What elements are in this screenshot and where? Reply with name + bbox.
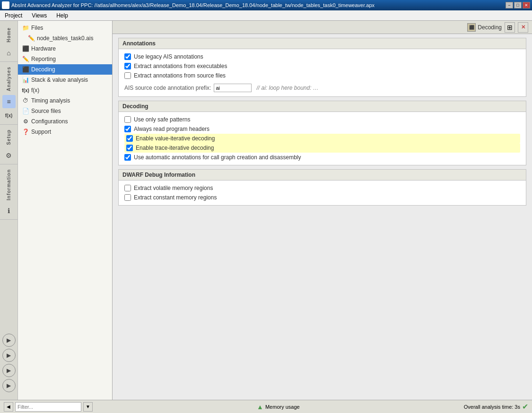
menu-project[interactable]: Project bbox=[2, 11, 25, 20]
decoding-label-area: ⬛ Decoding bbox=[467, 23, 502, 32]
sidebar-label-home: Home bbox=[6, 25, 11, 45]
option-extract-from-executables: Extract annotations from executables bbox=[124, 61, 520, 71]
window-close-button[interactable]: ✕ bbox=[523, 2, 530, 9]
ais-icon: ✏️ bbox=[27, 34, 35, 42]
option-use-safe-patterns: Use only safe patterns bbox=[124, 115, 520, 124]
sidebar-fx-icon[interactable]: f(x) bbox=[2, 109, 16, 122]
nav-label-source: Source files bbox=[31, 108, 61, 114]
label-use-legacy-ais: Use legacy AIS annotations bbox=[134, 53, 203, 60]
option-constant-memory: Extract constant memory regions bbox=[124, 193, 520, 202]
decoding-panel: Decoding Use only safe patterns Always r… bbox=[118, 101, 526, 165]
menu-bar: Project Views Help bbox=[0, 10, 532, 21]
decoding-body: Use only safe patterns Always read progr… bbox=[119, 112, 526, 165]
support-icon: ❓ bbox=[22, 128, 29, 136]
menu-help[interactable]: Help bbox=[53, 11, 71, 20]
dwarf-body: Extract volatile memory regions Extract … bbox=[119, 181, 526, 205]
nav-label-hardware: Hardware bbox=[31, 45, 56, 52]
sidebar-setup-icon[interactable]: ⚙ bbox=[2, 149, 16, 162]
nav-item-stack-value[interactable]: 📊 Stack & value analysis bbox=[18, 75, 112, 85]
checkbox-extract-source[interactable] bbox=[124, 72, 131, 79]
option-always-read-headers: Always read program headers bbox=[124, 124, 520, 134]
memory-label: Memory usage bbox=[265, 404, 300, 410]
nav-label-ais: node_tables_task0.ais bbox=[37, 35, 93, 42]
nav-item-hardware[interactable]: ⬛ Hardware bbox=[18, 43, 112, 54]
nav-label-support: Support bbox=[31, 129, 51, 135]
filter-input[interactable] bbox=[15, 402, 81, 412]
content-area: ⬛ Decoding ⊞ ✕ Annotations Use legacy AI… bbox=[113, 21, 532, 400]
checkbox-trace-iterative[interactable] bbox=[126, 145, 133, 151]
annotations-panel: Annotations Use legacy AIS annotations E… bbox=[118, 38, 526, 97]
panel-close-button[interactable]: ✕ bbox=[518, 22, 528, 33]
title-bar: AbsInt Advanced Analyzer for PPC: //atla… bbox=[0, 0, 532, 10]
nav-item-reporting[interactable]: ✏️ Reporting bbox=[18, 54, 112, 64]
play-btn-3[interactable]: ▶ bbox=[2, 364, 16, 377]
stack-icon: 📊 bbox=[22, 76, 29, 84]
files-icon: 📁 bbox=[22, 24, 29, 32]
label-constant-memory: Extract constant memory regions bbox=[134, 194, 217, 201]
overall-analysis-text: Overall analysis time: 3s bbox=[464, 404, 520, 410]
sidebar-label-information: Information bbox=[6, 166, 11, 203]
dwarf-header: DWARF Debug Information bbox=[119, 170, 526, 181]
minimize-button[interactable]: − bbox=[506, 2, 513, 9]
ais-prefix-input[interactable] bbox=[214, 84, 252, 92]
hardware-icon: ⬛ bbox=[22, 45, 29, 52]
checkbox-safe-patterns[interactable] bbox=[124, 116, 131, 123]
label-extract-executables: Extract annotations from executables bbox=[134, 63, 227, 69]
app-logo bbox=[2, 1, 9, 9]
decoding-settings-header: Decoding bbox=[119, 101, 526, 112]
checkbox-value-iterative[interactable] bbox=[126, 135, 133, 142]
sidebar-label-setup: Setup bbox=[6, 127, 11, 148]
filter-area: ◀ ▼ bbox=[4, 402, 93, 412]
main-layout: Home ⌂ Analyses ≡ f(x) Setup ⚙ Informati… bbox=[0, 21, 532, 400]
timing-icon: ⏱ bbox=[22, 97, 29, 104]
decoding-tab-icon: ⬛ bbox=[467, 23, 476, 32]
checkbox-volatile-memory[interactable] bbox=[124, 185, 131, 191]
decoding-tab-label: Decoding bbox=[478, 24, 502, 31]
sidebar-analyses-icon[interactable]: ≡ bbox=[2, 95, 16, 108]
checkbox-extract-executables[interactable] bbox=[124, 63, 131, 69]
menu-views[interactable]: Views bbox=[29, 11, 50, 20]
option-auto-annotations: Use automatic annotations for call graph… bbox=[124, 153, 520, 162]
checkbox-use-legacy-ais[interactable] bbox=[124, 53, 131, 60]
nav-item-source[interactable]: 📄 Source files bbox=[18, 106, 112, 116]
memory-area: ▲ Memory usage bbox=[257, 403, 300, 411]
nav-item-ais[interactable]: ✏️ node_tables_task0.ais bbox=[18, 33, 112, 43]
filter-nav-prev[interactable]: ◀ bbox=[4, 402, 13, 412]
sidebar-section-home: Home ⌂ bbox=[0, 23, 17, 62]
nav-item-fx[interactable]: f(x) f(x) bbox=[18, 85, 112, 95]
nav-label-configurations: Configurations bbox=[31, 118, 68, 125]
play-buttons-area: ▶ ▶ ▶ ▶ bbox=[2, 220, 16, 398]
nav-item-timing[interactable]: ⏱ Timing analysis bbox=[18, 95, 112, 106]
maximize-button[interactable]: □ bbox=[514, 2, 522, 9]
label-auto-annotations: Use automatic annotations for call graph… bbox=[134, 154, 301, 161]
nav-label-files: Files bbox=[31, 25, 43, 31]
nav-label-stack-value: Stack & value analysis bbox=[31, 77, 88, 83]
checkbox-auto-annotations[interactable] bbox=[124, 154, 131, 161]
nav-item-support[interactable]: ❓ Support bbox=[18, 127, 112, 137]
dwarf-panel: DWARF Debug Information Extract volatile… bbox=[118, 169, 526, 206]
status-ok-icon: ✔ bbox=[522, 402, 528, 411]
filter-dropdown[interactable]: ▼ bbox=[83, 402, 93, 412]
nav-item-files[interactable]: 📁 Files bbox=[18, 23, 112, 33]
checkbox-constant-memory[interactable] bbox=[124, 194, 131, 201]
status-bar: ◀ ▼ ▲ Memory usage Overall analysis time… bbox=[0, 400, 532, 413]
nav-item-configurations[interactable]: ⚙ Configurations bbox=[18, 116, 112, 127]
sidebar-info-icon[interactable]: ℹ bbox=[2, 204, 16, 217]
nav-label-timing: Timing analysis bbox=[31, 97, 70, 104]
label-read-headers: Always read program headers bbox=[134, 126, 209, 132]
annotations-header: Annotations bbox=[119, 38, 526, 49]
play-btn-4[interactable]: ▶ bbox=[2, 379, 16, 392]
icon-sidebar: Home ⌂ Analyses ≡ f(x) Setup ⚙ Informati… bbox=[0, 21, 18, 400]
checkbox-read-headers[interactable] bbox=[124, 126, 131, 132]
label-trace-iterative: Enable trace-iterative decoding bbox=[136, 145, 214, 151]
play-btn-2[interactable]: ▶ bbox=[2, 349, 16, 362]
annotations-body: Use legacy AIS annotations Extract annot… bbox=[119, 49, 526, 96]
label-volatile-memory: Extract volatile memory regions bbox=[134, 185, 213, 191]
sidebar-home-icon[interactable]: ⌂ bbox=[2, 46, 16, 60]
window-title: AbsInt Advanced Analyzer for PPC: //atla… bbox=[11, 2, 375, 8]
play-btn-1[interactable]: ▶ bbox=[2, 334, 16, 347]
memory-arrow-icon: ▲ bbox=[257, 403, 263, 411]
expand-button[interactable]: ⊞ bbox=[505, 22, 515, 33]
nav-item-decoding[interactable]: ⬛ Decoding bbox=[18, 64, 112, 75]
option-extract-from-source: Extract annotations from source files bbox=[124, 71, 520, 80]
